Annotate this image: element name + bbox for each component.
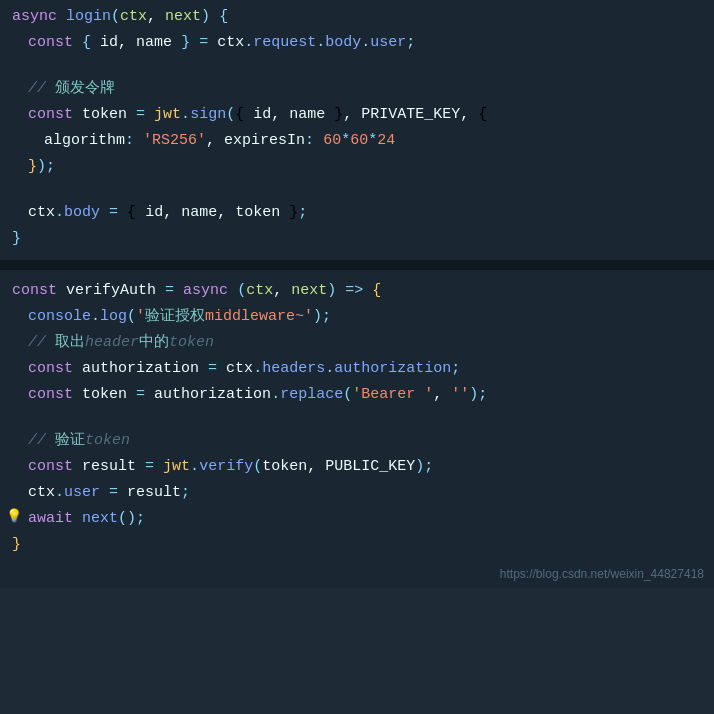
bulb-icon: 💡 (6, 507, 22, 528)
line-const-token-replace: const token = authorization.replace('Bea… (0, 382, 714, 408)
line-const-result: const result = jwt.verify(token, PUBLIC_… (0, 454, 714, 480)
code-block-top: async login(ctx, next) { const { id, nam… (0, 0, 714, 260)
line-await-next: 💡 await next(); (0, 506, 714, 532)
code-editor: async login(ctx, next) { const { id, nam… (0, 0, 714, 714)
line-async-login: async login(ctx, next) { (0, 4, 714, 30)
line-ctx-user: ctx.user = result; (0, 480, 714, 506)
line-comment-verify: // 验证token (0, 428, 714, 454)
line-const-authorization: const authorization = ctx.headers.author… (0, 356, 714, 382)
line-close-jwt: }); (0, 154, 714, 180)
line-comment-header: // 取出header中的token (0, 330, 714, 356)
line-destructure: const { id, name } = ctx.request.body.us… (0, 30, 714, 56)
line-console-log: console.log('验证授权middleware~'); (0, 304, 714, 330)
line-comment-token: // 颁发令牌 (0, 76, 714, 102)
empty-line-2 (0, 180, 714, 200)
block-divider (0, 260, 714, 270)
line-ctx-body: ctx.body = { id, name, token }; (0, 200, 714, 226)
empty-line-1 (0, 56, 714, 76)
footer-url: https://blog.csdn.net/weixin_44827418 (500, 565, 704, 584)
line-close-fn: } (0, 226, 714, 252)
line-jwt-sign: const token = jwt.sign({ id, name }, PRI… (0, 102, 714, 128)
code-block-bottom: const verifyAuth = async (ctx, next) => … (0, 270, 714, 588)
empty-line-3 (0, 408, 714, 428)
line-algorithm: algorithm: 'RS256', expiresIn: 60*60*24 (0, 128, 714, 154)
line-close-verify: } (0, 532, 714, 558)
line-verifyauth-decl: const verifyAuth = async (ctx, next) => … (0, 278, 714, 304)
